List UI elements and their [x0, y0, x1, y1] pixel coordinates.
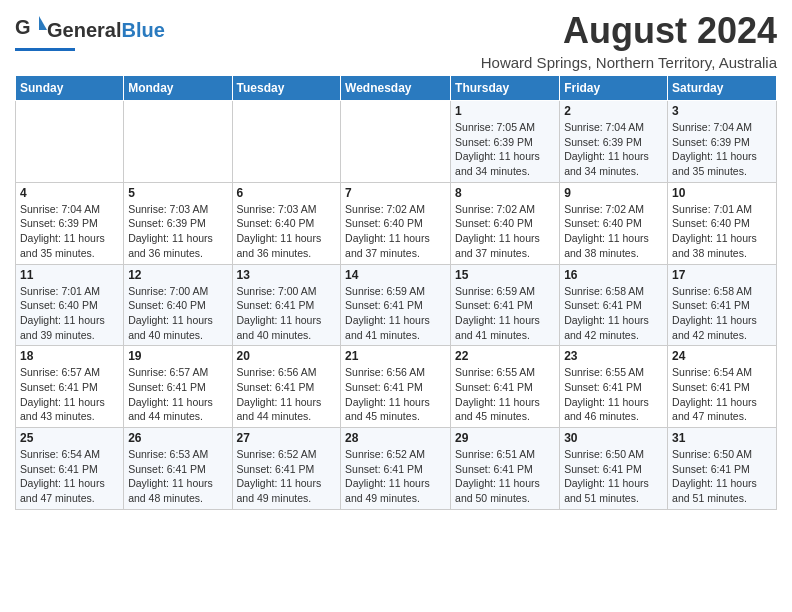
- calendar-cell: 28Sunrise: 6:52 AM Sunset: 6:41 PM Dayli…: [341, 428, 451, 510]
- day-number: 3: [672, 104, 772, 118]
- day-number: 18: [20, 349, 119, 363]
- main-title: August 2024: [481, 10, 777, 52]
- calendar-cell: 3Sunrise: 7:04 AM Sunset: 6:39 PM Daylig…: [668, 101, 777, 183]
- day-info: Sunrise: 6:58 AM Sunset: 6:41 PM Dayligh…: [564, 284, 663, 343]
- svg-text:G: G: [15, 16, 31, 38]
- calendar-cell: 12Sunrise: 7:00 AM Sunset: 6:40 PM Dayli…: [124, 264, 232, 346]
- day-number: 5: [128, 186, 227, 200]
- day-of-week-sunday: Sunday: [16, 76, 124, 101]
- day-number: 30: [564, 431, 663, 445]
- calendar-cell: 20Sunrise: 6:56 AM Sunset: 6:41 PM Dayli…: [232, 346, 341, 428]
- calendar-cell: 8Sunrise: 7:02 AM Sunset: 6:40 PM Daylig…: [451, 182, 560, 264]
- day-info: Sunrise: 6:59 AM Sunset: 6:41 PM Dayligh…: [345, 284, 446, 343]
- calendar-cell: 29Sunrise: 6:51 AM Sunset: 6:41 PM Dayli…: [451, 428, 560, 510]
- day-number: 23: [564, 349, 663, 363]
- day-number: 24: [672, 349, 772, 363]
- calendar-cell: 26Sunrise: 6:53 AM Sunset: 6:41 PM Dayli…: [124, 428, 232, 510]
- day-info: Sunrise: 6:59 AM Sunset: 6:41 PM Dayligh…: [455, 284, 555, 343]
- day-info: Sunrise: 6:57 AM Sunset: 6:41 PM Dayligh…: [128, 365, 227, 424]
- day-of-week-thursday: Thursday: [451, 76, 560, 101]
- calendar-cell: 27Sunrise: 6:52 AM Sunset: 6:41 PM Dayli…: [232, 428, 341, 510]
- page-header: G GeneralBlue August 2024 Howard Springs…: [15, 10, 777, 71]
- day-info: Sunrise: 7:03 AM Sunset: 6:39 PM Dayligh…: [128, 202, 227, 261]
- calendar-cell: 21Sunrise: 6:56 AM Sunset: 6:41 PM Dayli…: [341, 346, 451, 428]
- calendar-cell: 15Sunrise: 6:59 AM Sunset: 6:41 PM Dayli…: [451, 264, 560, 346]
- day-number: 28: [345, 431, 446, 445]
- day-info: Sunrise: 6:55 AM Sunset: 6:41 PM Dayligh…: [564, 365, 663, 424]
- calendar-cell: 17Sunrise: 6:58 AM Sunset: 6:41 PM Dayli…: [668, 264, 777, 346]
- day-info: Sunrise: 7:05 AM Sunset: 6:39 PM Dayligh…: [455, 120, 555, 179]
- day-number: 12: [128, 268, 227, 282]
- day-number: 13: [237, 268, 337, 282]
- day-info: Sunrise: 6:55 AM Sunset: 6:41 PM Dayligh…: [455, 365, 555, 424]
- day-number: 1: [455, 104, 555, 118]
- day-info: Sunrise: 6:53 AM Sunset: 6:41 PM Dayligh…: [128, 447, 227, 506]
- calendar-cell: 13Sunrise: 7:00 AM Sunset: 6:41 PM Dayli…: [232, 264, 341, 346]
- day-number: 20: [237, 349, 337, 363]
- calendar-week-1: 1Sunrise: 7:05 AM Sunset: 6:39 PM Daylig…: [16, 101, 777, 183]
- day-number: 16: [564, 268, 663, 282]
- calendar-cell: 19Sunrise: 6:57 AM Sunset: 6:41 PM Dayli…: [124, 346, 232, 428]
- calendar-cell: 16Sunrise: 6:58 AM Sunset: 6:41 PM Dayli…: [560, 264, 668, 346]
- calendar-cell: 10Sunrise: 7:01 AM Sunset: 6:40 PM Dayli…: [668, 182, 777, 264]
- day-info: Sunrise: 6:54 AM Sunset: 6:41 PM Dayligh…: [20, 447, 119, 506]
- calendar-table: SundayMondayTuesdayWednesdayThursdayFrid…: [15, 75, 777, 510]
- calendar-cell: 23Sunrise: 6:55 AM Sunset: 6:41 PM Dayli…: [560, 346, 668, 428]
- day-info: Sunrise: 7:00 AM Sunset: 6:40 PM Dayligh…: [128, 284, 227, 343]
- calendar-cell: [124, 101, 232, 183]
- day-number: 22: [455, 349, 555, 363]
- calendar-cell: 4Sunrise: 7:04 AM Sunset: 6:39 PM Daylig…: [16, 182, 124, 264]
- calendar-cell: [341, 101, 451, 183]
- day-info: Sunrise: 6:56 AM Sunset: 6:41 PM Dayligh…: [237, 365, 337, 424]
- calendar-cell: 9Sunrise: 7:02 AM Sunset: 6:40 PM Daylig…: [560, 182, 668, 264]
- day-of-week-friday: Friday: [560, 76, 668, 101]
- calendar-cell: 18Sunrise: 6:57 AM Sunset: 6:41 PM Dayli…: [16, 346, 124, 428]
- day-info: Sunrise: 6:57 AM Sunset: 6:41 PM Dayligh…: [20, 365, 119, 424]
- calendar-cell: 6Sunrise: 7:03 AM Sunset: 6:40 PM Daylig…: [232, 182, 341, 264]
- day-number: 11: [20, 268, 119, 282]
- calendar-cell: 1Sunrise: 7:05 AM Sunset: 6:39 PM Daylig…: [451, 101, 560, 183]
- day-info: Sunrise: 7:04 AM Sunset: 6:39 PM Dayligh…: [672, 120, 772, 179]
- calendar-cell: 7Sunrise: 7:02 AM Sunset: 6:40 PM Daylig…: [341, 182, 451, 264]
- calendar-week-5: 25Sunrise: 6:54 AM Sunset: 6:41 PM Dayli…: [16, 428, 777, 510]
- calendar-cell: 22Sunrise: 6:55 AM Sunset: 6:41 PM Dayli…: [451, 346, 560, 428]
- day-number: 27: [237, 431, 337, 445]
- calendar-cell: [232, 101, 341, 183]
- day-number: 8: [455, 186, 555, 200]
- day-of-week-wednesday: Wednesday: [341, 76, 451, 101]
- calendar-cell: 25Sunrise: 6:54 AM Sunset: 6:41 PM Dayli…: [16, 428, 124, 510]
- day-info: Sunrise: 6:52 AM Sunset: 6:41 PM Dayligh…: [237, 447, 337, 506]
- logo-general-text: General: [47, 19, 121, 41]
- calendar-week-4: 18Sunrise: 6:57 AM Sunset: 6:41 PM Dayli…: [16, 346, 777, 428]
- day-number: 25: [20, 431, 119, 445]
- day-info: Sunrise: 6:54 AM Sunset: 6:41 PM Dayligh…: [672, 365, 772, 424]
- day-number: 14: [345, 268, 446, 282]
- day-number: 2: [564, 104, 663, 118]
- calendar-cell: 30Sunrise: 6:50 AM Sunset: 6:41 PM Dayli…: [560, 428, 668, 510]
- day-of-week-tuesday: Tuesday: [232, 76, 341, 101]
- day-of-week-saturday: Saturday: [668, 76, 777, 101]
- day-info: Sunrise: 7:04 AM Sunset: 6:39 PM Dayligh…: [564, 120, 663, 179]
- calendar-cell: 11Sunrise: 7:01 AM Sunset: 6:40 PM Dayli…: [16, 264, 124, 346]
- day-number: 29: [455, 431, 555, 445]
- day-info: Sunrise: 6:50 AM Sunset: 6:41 PM Dayligh…: [672, 447, 772, 506]
- sub-title: Howard Springs, Northern Territory, Aust…: [481, 54, 777, 71]
- day-number: 6: [237, 186, 337, 200]
- day-info: Sunrise: 7:02 AM Sunset: 6:40 PM Dayligh…: [455, 202, 555, 261]
- logo: G GeneralBlue: [15, 14, 165, 51]
- day-number: 31: [672, 431, 772, 445]
- day-info: Sunrise: 7:00 AM Sunset: 6:41 PM Dayligh…: [237, 284, 337, 343]
- day-number: 10: [672, 186, 772, 200]
- day-number: 17: [672, 268, 772, 282]
- day-info: Sunrise: 6:51 AM Sunset: 6:41 PM Dayligh…: [455, 447, 555, 506]
- day-number: 9: [564, 186, 663, 200]
- logo-underline: [15, 48, 75, 51]
- day-info: Sunrise: 7:02 AM Sunset: 6:40 PM Dayligh…: [345, 202, 446, 261]
- day-of-week-monday: Monday: [124, 76, 232, 101]
- calendar-week-3: 11Sunrise: 7:01 AM Sunset: 6:40 PM Dayli…: [16, 264, 777, 346]
- day-number: 19: [128, 349, 227, 363]
- day-info: Sunrise: 6:52 AM Sunset: 6:41 PM Dayligh…: [345, 447, 446, 506]
- svg-marker-1: [39, 16, 47, 30]
- logo-blue-text: Blue: [121, 19, 164, 41]
- day-number: 7: [345, 186, 446, 200]
